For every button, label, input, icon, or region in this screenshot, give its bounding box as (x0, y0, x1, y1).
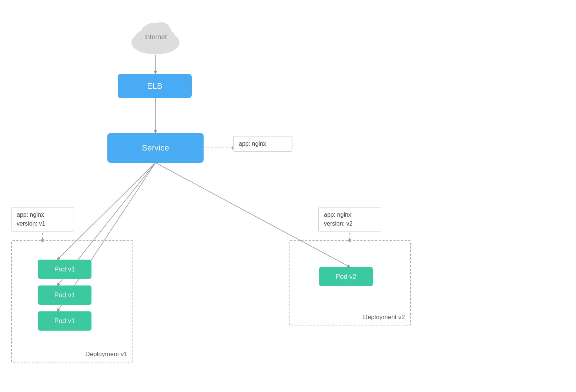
diagram-container: Internet ELB Service app: nginx app: ngi… (0, 0, 576, 392)
service-label: Service (142, 143, 169, 153)
pod-v1-2: Pod v1 (38, 285, 91, 305)
pod-v1-3: Pod v1 (38, 311, 91, 331)
internet-label: Internet (144, 33, 167, 41)
elb-label: ELB (147, 81, 163, 91)
label-v2-line1: app: nginx (324, 210, 376, 219)
deployment-v2-label: Deployment v2 (363, 314, 405, 321)
deployment-v2-box: Pod v2 Deployment v2 (289, 240, 411, 325)
elb-box: ELB (118, 74, 192, 98)
label-v2-line2: version: v2 (324, 219, 376, 228)
internet-cloud: Internet (126, 15, 185, 55)
service-selector-text: app: nginx (239, 141, 266, 147)
label-v1-line2: version: v1 (17, 219, 68, 228)
label-v1: app: nginx version: v1 (11, 207, 74, 232)
service-selector-label: app: nginx (233, 136, 292, 152)
label-v2: app: nginx version: v2 (318, 207, 381, 232)
service-box: Service (107, 133, 204, 163)
pod-v1-1: Pod v1 (38, 260, 91, 279)
deployment-v1-label: Deployment v1 (86, 351, 127, 358)
pod-v2-1: Pod v2 (319, 267, 373, 286)
label-v1-line1: app: nginx (17, 210, 68, 219)
deployment-v1-box: Pod v1 Pod v1 Pod v1 Deployment v1 (11, 240, 133, 362)
